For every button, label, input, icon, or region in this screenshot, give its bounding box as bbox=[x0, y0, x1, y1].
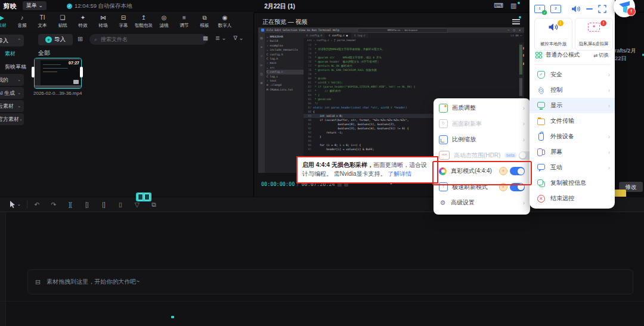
current-time: 00:00:00:00 bbox=[261, 181, 295, 187]
toolbar-tab[interactable]: ◎ 滤镜 bbox=[154, 14, 174, 29]
code-line: 77 * @return NL_OK 解析成功 bbox=[304, 64, 519, 68]
toolbar-tab-label: 转场 bbox=[98, 22, 107, 28]
display-submenu: 画质调整 › ↻ 画面刷新率 › 比例缩放 › HDR 高动态范围(HDR) b… bbox=[434, 98, 530, 215]
menu-item-control[interactable]: 控制 › bbox=[530, 82, 615, 98]
timeline-tool-icon[interactable]: ↶ bbox=[33, 201, 41, 209]
rail-item[interactable]: 我的 ⌄ bbox=[0, 74, 24, 86]
toolbar-tab[interactable]: ◉ 数字人 bbox=[215, 14, 235, 29]
drop-zone-icon: ⊟ bbox=[35, 278, 41, 286]
privacy-screen-card[interactable]: ✦ ! 隐私屏&虚拟屏 bbox=[575, 18, 613, 51]
rail-item[interactable]: 素材 bbox=[0, 48, 24, 60]
editor-tab: C config.h bbox=[304, 33, 326, 38]
toolbar-tab[interactable]: ⧉ 模板 bbox=[194, 14, 215, 29]
menu-item-quality[interactable]: 画质调整 › bbox=[434, 100, 530, 116]
timeline-tool-icon[interactable]: ▯ bbox=[117, 201, 124, 209]
draft-path-fragment: rafts/2月22日 bbox=[615, 47, 644, 63]
rail-item[interactable]: 剪映草稿 bbox=[0, 61, 24, 73]
toolbar-tab[interactable]: ❏ 贴纸 bbox=[52, 14, 73, 29]
clip-trim-handle-right[interactable] bbox=[80, 67, 83, 77]
chevron-right-icon: › bbox=[523, 136, 525, 143]
folder-icon bbox=[537, 117, 545, 125]
monitor-2-icon[interactable]: 2 bbox=[550, 5, 561, 13]
toolbar-tab[interactable]: ⊟ 字幕 bbox=[113, 14, 134, 29]
picture-quality-icon bbox=[439, 104, 448, 113]
timeline-tool-icon[interactable]: ][ bbox=[67, 201, 74, 209]
toolbar-tab-label: 滤镜 bbox=[159, 22, 168, 28]
menu-item-interaction[interactable]: 互动 › bbox=[530, 160, 615, 175]
autosave-status: ✓ 12:04:59 自动保存本地 bbox=[67, 2, 132, 10]
explorer-item: › main bbox=[267, 61, 304, 65]
material-grid-icon[interactable]: ⊞ bbox=[78, 35, 83, 43]
search-input[interactable] bbox=[100, 36, 185, 43]
track-divider bbox=[0, 301, 644, 302]
preview-menu-icon[interactable] bbox=[512, 18, 520, 26]
chat-icon bbox=[537, 164, 545, 172]
explorer-item: › test bbox=[267, 79, 304, 83]
learn-more-link[interactable]: 了解详情 bbox=[388, 170, 411, 177]
thumb-taskbar bbox=[35, 85, 81, 88]
monitor-1-icon[interactable]: 1✓ bbox=[534, 5, 545, 13]
menu-item-copy-info[interactable]: 复制被控信息 bbox=[530, 175, 615, 191]
toolbar-tab[interactable]: ↥ 智能包装 bbox=[134, 14, 154, 29]
switch-mode-button[interactable]: ⇄ 切换 bbox=[593, 52, 609, 59]
alert-badge: ! bbox=[600, 20, 606, 26]
toolbar-tab[interactable]: ♪ 音频 bbox=[12, 14, 32, 29]
timeline-tool-icon[interactable]: ↷ bbox=[50, 201, 57, 209]
toolbar-tab[interactable]: ✦ 特效 bbox=[73, 14, 93, 29]
timeline-drop-zone[interactable]: ⊟ 素材拖拽到这里，开始你的大作吧~ bbox=[27, 269, 633, 294]
main-menu-button[interactable]: 菜单 ⌄ bbox=[23, 1, 47, 10]
timeline-tool-icon[interactable]: ⧉ bbox=[150, 201, 157, 209]
menu-item-advanced[interactable]: ⚙ 高级设置 › bbox=[434, 195, 530, 211]
menu-item-screen[interactable]: 屏幕 › bbox=[530, 144, 615, 160]
import-button[interactable]: ＋ 导入 bbox=[38, 34, 73, 45]
sort-icon[interactable]: ≣ ⌄ bbox=[215, 35, 227, 41]
menu-item-security[interactable]: 安全 › bbox=[530, 67, 615, 82]
select-tool[interactable]: ⌄ bbox=[10, 201, 21, 208]
toolbar-tab[interactable]: ≡ 调节 bbox=[174, 14, 194, 29]
toolbar-divider bbox=[27, 200, 27, 209]
code-line: 79 * bbox=[304, 72, 519, 76]
menu-item-scale[interactable]: 比例缩放 › bbox=[434, 132, 530, 148]
speaker-icon[interactable] bbox=[571, 5, 581, 13]
toolbar-tab-icon: ▶ bbox=[0, 14, 4, 21]
rail-item-label: 导入 bbox=[0, 37, 8, 45]
code-line: 75 * @param str NMEA报文字符串，须以 $ 开头 bbox=[304, 55, 519, 60]
explorer-item: C log.c bbox=[267, 74, 304, 79]
rail-item[interactable]: AI 生成 ⌄ bbox=[0, 87, 24, 99]
rail-item[interactable]: 云素材 ⌄ bbox=[0, 100, 24, 112]
grid-view-icon[interactable]: ▦ bbox=[203, 35, 208, 41]
filter-tab-all[interactable]: 全部 bbox=[38, 49, 50, 57]
timeline-tool-icon[interactable]: |] bbox=[100, 201, 107, 209]
layout-icon[interactable]: ▥ bbox=[510, 2, 516, 10]
rail-item[interactable]: 导入 ⌃ bbox=[0, 35, 24, 46]
toolbar-tab[interactable]: TI 文本 bbox=[32, 14, 52, 29]
menu-item-end-session[interactable]: 结束远控 bbox=[530, 191, 615, 206]
menu-item-file-transfer[interactable]: 文件传输 bbox=[530, 113, 615, 129]
toolbar-tab[interactable]: ⋈ 转场 bbox=[93, 14, 113, 29]
rail-item[interactable]: 官方素材 ⌄ bbox=[0, 113, 24, 125]
video-clip-thumbnail[interactable]: 07:27 bbox=[34, 58, 82, 89]
toolbar-tab[interactable]: ▶ 素材 bbox=[0, 14, 12, 29]
shortcut-keyboard-icon[interactable]: ⌨ bbox=[494, 2, 503, 10]
menu-item-peripherals[interactable]: 外接设备 › bbox=[530, 129, 615, 144]
timeline-tool-icon[interactable]: ▽ bbox=[134, 201, 141, 209]
code-line: 78 * @return NL_ERR_CHECKSUM_FAIL 校验失败 bbox=[304, 68, 519, 72]
filter-icon[interactable]: ∇ ⌄ bbox=[234, 35, 244, 41]
code-line: 72 * bbox=[304, 43, 519, 47]
explorer-item: ⌄ include_nmeautils bbox=[267, 48, 304, 52]
document-title: 2月22日 (1) bbox=[220, 2, 339, 11]
clip-trim-handle-left[interactable] bbox=[32, 67, 35, 77]
rail-caret-icon: ⌄ bbox=[17, 104, 21, 108]
thumb-titlebar bbox=[35, 58, 81, 60]
fullscreen-icon[interactable] bbox=[598, 5, 606, 13]
menu-item-display[interactable]: 显示 › bbox=[530, 98, 615, 113]
plus-icon: ＋ bbox=[45, 36, 52, 43]
menu-item-refresh-rate[interactable]: ↻ 画面刷新率 › bbox=[434, 116, 530, 132]
chevron-right-icon: › bbox=[608, 149, 610, 156]
minimize-icon[interactable] bbox=[586, 8, 593, 10]
toolbar-tab-icon: ↥ bbox=[141, 14, 146, 21]
timeline-tool-icon[interactable]: [| bbox=[83, 201, 91, 209]
local-audio-card[interactable]: ! 被控本地外放 bbox=[534, 18, 572, 51]
search-icon: ⌕ bbox=[94, 36, 97, 43]
beta-badge: beta bbox=[504, 153, 516, 158]
